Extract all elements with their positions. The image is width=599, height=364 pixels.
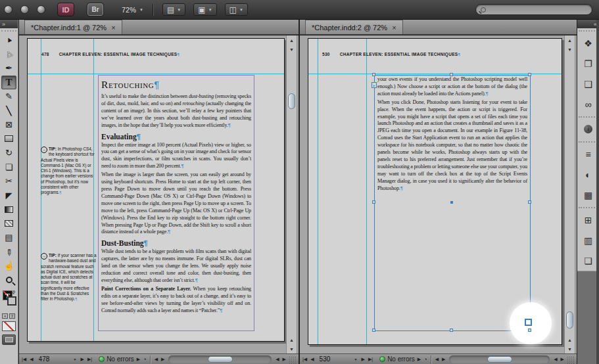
running-head-text: CHAPTER ELEVEN: ESSENTIAL IMAGE TECHNIQU… (340, 52, 458, 57)
scroll-left-button[interactable]: ◀ (553, 357, 558, 362)
page-menu-icon[interactable]: ▼ (353, 357, 359, 361)
previous-page-button[interactable]: ◀ (310, 357, 314, 362)
position-tool[interactable]: ◤ (0, 189, 18, 203)
scroll-up-button[interactable]: ▲ (287, 35, 297, 45)
frame-resize-handle-active[interactable] (525, 319, 532, 326)
rotate-tool[interactable]: ↻ (0, 146, 18, 160)
vertical-scrollbar-1[interactable]: ▲ ▼ ▲ ▼ (286, 35, 297, 353)
close-tab-icon[interactable]: × (111, 24, 115, 32)
eyedropper-tool[interactable]: ✐ (0, 245, 18, 260)
horizontal-scrollbar-2[interactable] (449, 355, 550, 363)
frame-handle-bottom-left[interactable] (372, 329, 375, 332)
document-tab-2[interactable]: *Chapter.indd:2 @ 72% × (305, 20, 403, 34)
gradient-swatch-tool[interactable] (0, 202, 18, 217)
arrange-documents-button[interactable]: ◫ ▼ (225, 3, 248, 16)
fill-stroke-proxy[interactable]: T ⇄ (1, 290, 16, 312)
horizontal-scrollbar-1[interactable] (168, 355, 272, 363)
search-input[interactable] (489, 6, 587, 13)
margin-guide-top[interactable] (308, 74, 562, 74)
frame-handle-bottom-center[interactable] (450, 329, 453, 332)
zoom-level-dropdown[interactable]: 72% ▼ (122, 6, 143, 14)
screen-mode-toggle-button[interactable] (2, 334, 16, 345)
resize-grip[interactable] (289, 356, 297, 364)
margin-guide-top[interactable] (28, 74, 284, 74)
preflight-menu-icon[interactable]: ◔ (143, 356, 146, 363)
last-page-button[interactable]: ▶| (87, 357, 93, 362)
text-frame-main[interactable]: Retouching¶It’s useful to make the disti… (98, 75, 254, 331)
selection-tool[interactable]: ► (0, 33, 18, 47)
close-window-button[interactable] (4, 5, 12, 14)
scroll-right-button[interactable]: ▶ (282, 357, 287, 362)
line-tool[interactable]: ╲ (0, 104, 18, 118)
apply-none-button[interactable] (2, 321, 16, 331)
next-page-button[interactable]: ▶ (361, 357, 366, 362)
close-tab-icon[interactable]: × (392, 24, 396, 32)
tools-panel-header[interactable]: » (0, 20, 18, 28)
minimize-window-button[interactable] (20, 5, 29, 14)
scroll-up-button[interactable]: ▲ (287, 335, 297, 344)
zoom-tool[interactable] (0, 273, 18, 288)
page-menu-icon[interactable]: ▼ (72, 357, 78, 361)
scroll-up-button[interactable]: ▲ (565, 35, 575, 45)
scroll-down-button[interactable]: ▼ (287, 344, 297, 353)
view-options-button[interactable]: ▤ ▼ (162, 3, 185, 16)
formatting-affects-text-icon[interactable]: T (9, 313, 15, 319)
first-page-button[interactable]: |◀ (302, 357, 308, 362)
scroll-down-button[interactable]: ▼ (287, 45, 297, 54)
last-page-button[interactable]: ▶| (368, 357, 373, 362)
scale-tool[interactable]: ❏ (0, 160, 18, 175)
type-tool[interactable]: T (1, 76, 16, 90)
frame-center-point[interactable] (450, 201, 453, 204)
scroll-left-button[interactable]: ◀ (275, 357, 279, 362)
scroll-right-button[interactable]: ▶ (160, 357, 165, 362)
frame-tool-icon: ⊠ (5, 120, 12, 129)
gradient-feather-tool[interactable] (0, 217, 18, 231)
scroll-right-button[interactable]: ▶ (560, 357, 565, 362)
rectangle-tool[interactable] (0, 132, 18, 147)
hand-tool[interactable]: ☝ (0, 259, 18, 273)
page-number-field[interactable] (317, 355, 351, 363)
frame-tool[interactable]: ⊠ (0, 118, 18, 132)
previous-page-button[interactable]: ◀ (29, 357, 34, 362)
scissors-tool[interactable]: ✂ (0, 174, 18, 189)
search-field[interactable] (475, 4, 592, 15)
next-page-button[interactable]: ▶ (80, 357, 85, 362)
column-guide-left[interactable] (318, 39, 318, 344)
first-page-button[interactable]: |◀ (21, 357, 27, 362)
scrollbar-thumb[interactable] (566, 311, 573, 329)
horizontal-scrollbar-thumb[interactable] (487, 356, 512, 363)
scroll-left-button[interactable]: ◀ (435, 357, 439, 362)
formatting-affects-container-icon[interactable]: ▪ (2, 313, 8, 319)
preflight-menu-icon[interactable]: ◔ (423, 356, 427, 363)
preflight-arrow-icon[interactable]: ▶ (136, 357, 141, 362)
pencil-tool[interactable]: ✎ (0, 89, 18, 104)
bridge-button[interactable]: Br (87, 3, 103, 16)
frame-handle-top-left[interactable] (372, 73, 375, 76)
column-guide-sidebar[interactable] (366, 39, 367, 344)
frame-handle-bottom-right[interactable] (528, 329, 531, 332)
horizontal-scrollbar-thumb[interactable] (208, 356, 233, 363)
scroll-right-button[interactable]: ▶ (441, 357, 446, 362)
pen-tool[interactable]: ✒ (0, 61, 18, 76)
document-tab-1[interactable]: *Chapter.indd:1 @ 72% × (24, 20, 122, 34)
zoom-window-button[interactable] (37, 5, 45, 14)
vertical-scrollbar-2[interactable]: ▲ ▼ ▲ ▼ (564, 35, 575, 353)
tip-arrow-icon: → (41, 253, 47, 260)
preflight-arrow-icon[interactable]: ▶ (417, 357, 421, 362)
stroke-swatch[interactable] (7, 296, 16, 306)
frame-handle-middle-right[interactable] (528, 200, 531, 204)
scrollbar-thumb[interactable] (288, 93, 295, 109)
scroll-down-button[interactable]: ▼ (565, 344, 575, 353)
screen-mode-button[interactable]: ▣ ▼ (193, 3, 216, 16)
text-inport-marker[interactable]: ▸ (371, 82, 377, 88)
note-tool[interactable]: ▤ (0, 231, 18, 245)
direct-selection-tool[interactable]: ▷ (0, 47, 18, 62)
scroll-down-button[interactable]: ▼ (565, 45, 575, 54)
frame-handle-top-center[interactable] (450, 73, 453, 76)
scroll-up-button[interactable]: ▲ (565, 335, 575, 344)
frame-handle-top-right[interactable] (528, 73, 531, 76)
scroll-left-button[interactable]: ◀ (154, 357, 158, 362)
frame-handle-middle-left[interactable] (372, 200, 375, 204)
resize-grip[interactable] (567, 356, 575, 364)
page-number-field[interactable] (36, 355, 70, 363)
